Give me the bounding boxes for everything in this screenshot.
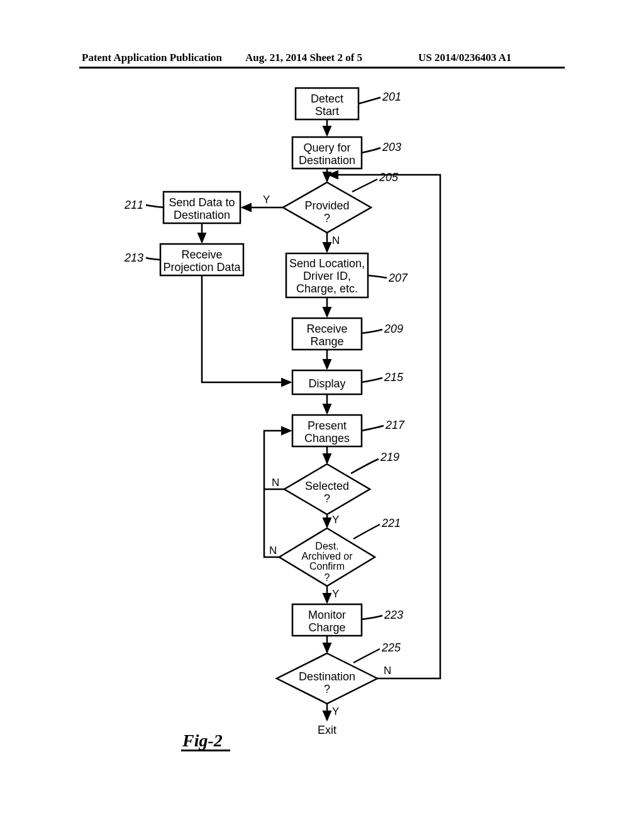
node-exit: Exit <box>318 724 336 736</box>
node-207-line3: Charge, etc. <box>296 282 358 295</box>
node-211-line1: Send Data to <box>169 196 235 209</box>
node-201-line1: Detect <box>311 92 343 105</box>
node-205-line2: ? <box>324 212 330 224</box>
header-left: Patent Application Publication <box>82 52 222 64</box>
node-213-line2: Projection Data <box>163 261 241 274</box>
flowchart-svg: Detect Start 201 Query for Destination 2… <box>0 82 644 830</box>
node-217-line2: Changes <box>304 432 350 445</box>
node-221-line4: ? <box>325 572 330 583</box>
node-207-line2: Driver ID, <box>303 270 351 282</box>
path-225-y: Y <box>332 706 339 717</box>
node-223-line2: Charge <box>308 621 345 634</box>
path-221-n: N <box>269 545 277 556</box>
node-219-line2: ? <box>324 492 330 505</box>
ref-223: 223 <box>384 609 403 621</box>
path-205-y: Y <box>263 194 270 206</box>
path-205-n: N <box>332 235 340 246</box>
header-center: Aug. 21, 2014 Sheet 2 of 5 <box>245 52 362 64</box>
ref-217: 217 <box>385 419 405 431</box>
node-225-line1: Destination <box>299 670 355 683</box>
path-225-n: N <box>384 665 391 677</box>
header-divider <box>79 67 565 69</box>
node-219-line1: Selected <box>305 480 349 492</box>
node-223-line1: Monitor <box>308 609 346 621</box>
figure-caption-underline <box>181 750 230 751</box>
ref-215: 215 <box>384 371 404 384</box>
ref-213: 213 <box>124 252 143 264</box>
ref-209: 209 <box>384 323 403 335</box>
node-221-line2: Archived or <box>302 551 353 562</box>
ref-219: 219 <box>380 451 399 463</box>
ref-205: 205 <box>379 171 399 184</box>
node-205-line1: Provided <box>304 199 349 212</box>
path-219-n: N <box>272 477 279 489</box>
ref-221: 221 <box>381 517 401 529</box>
node-217-line1: Present <box>308 419 347 432</box>
ref-207: 207 <box>388 272 408 284</box>
node-203-line1: Query for <box>303 141 350 154</box>
header-right: US 2014/0236403 A1 <box>418 52 511 64</box>
node-213-line1: Receive <box>181 248 222 261</box>
node-209-line1: Receive <box>306 323 347 335</box>
node-201-line2: Start <box>315 105 339 118</box>
ref-203: 203 <box>382 141 401 153</box>
node-225-line2: ? <box>324 683 330 695</box>
path-221-y: Y <box>332 588 339 600</box>
node-221-line1: Dest. <box>315 541 338 551</box>
figure-caption: Fig-2 <box>182 731 223 751</box>
node-209-line2: Range <box>310 335 343 348</box>
ref-201: 201 <box>382 91 401 103</box>
node-211-line2: Destination <box>174 209 230 221</box>
node-221-line3: Confirm <box>309 561 345 572</box>
path-219-y: Y <box>332 514 339 526</box>
ref-225: 225 <box>381 641 401 654</box>
ref-211: 211 <box>124 199 143 211</box>
node-207-line1: Send Location, <box>289 257 365 270</box>
node-203-line2: Destination <box>299 154 355 167</box>
node-215: Display <box>308 377 345 390</box>
